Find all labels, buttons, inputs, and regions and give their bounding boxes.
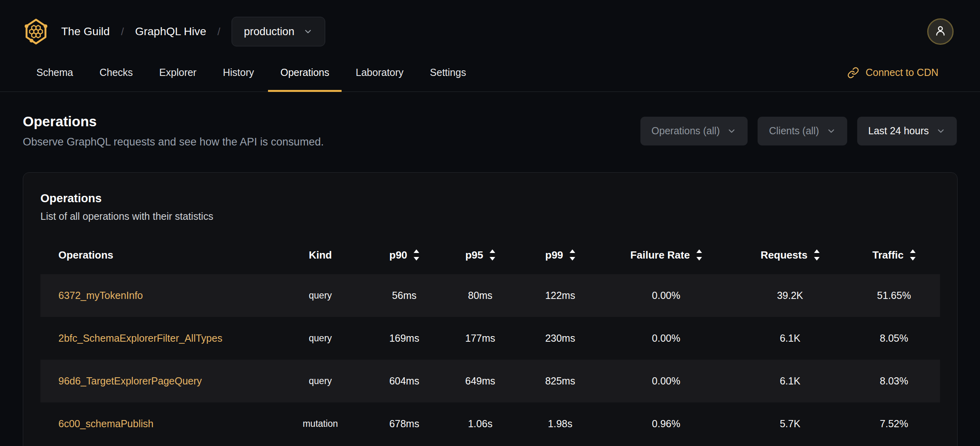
- column-header-p95[interactable]: p95: [440, 236, 520, 274]
- breadcrumb-org[interactable]: The Guild: [61, 25, 110, 38]
- nav-tabs: Schema Checks Explorer History Operation…: [24, 54, 478, 92]
- operation-p99: 825ms: [520, 360, 600, 402]
- operation-link[interactable]: 96d6_TargetExplorerPageQuery: [58, 375, 202, 386]
- breadcrumb-project[interactable]: GraphQL Hive: [135, 25, 206, 38]
- link-icon: [847, 67, 859, 79]
- operation-link[interactable]: 6372_myTokenInfo: [58, 290, 143, 301]
- column-header-failure-rate[interactable]: Failure Rate: [600, 236, 732, 274]
- breadcrumb: The Guild / GraphQL Hive / production: [23, 17, 325, 46]
- operation-p90: 604ms: [368, 360, 440, 402]
- period-filter-dropdown[interactable]: Last 24 hours: [857, 117, 957, 145]
- sort-arrows-icon[interactable]: [910, 249, 916, 261]
- tab-laboratory[interactable]: Laboratory: [343, 54, 416, 92]
- column-header-traffic[interactable]: Traffic: [848, 236, 940, 274]
- column-header-kind: Kind: [272, 236, 368, 274]
- operation-p99: 122ms: [520, 274, 600, 317]
- filters: Operations (all) Clients (all) Last 24 h…: [640, 117, 957, 145]
- operation-failure-rate: 0.00%: [600, 360, 732, 402]
- operation-p95: 1.06s: [440, 402, 520, 445]
- operation-link[interactable]: 2bfc_SchemaExplorerFilter_AllTypes: [58, 333, 222, 344]
- operation-p95: 177ms: [440, 317, 520, 360]
- tab-settings[interactable]: Settings: [418, 54, 478, 92]
- sort-arrows-icon[interactable]: [696, 249, 702, 261]
- sort-arrows-icon[interactable]: [414, 249, 419, 261]
- operation-traffic: 8.05%: [848, 317, 940, 360]
- operation-kind: query: [272, 360, 368, 402]
- operation-kind: query: [272, 274, 368, 317]
- table-row: 2bfc_SchemaExplorerFilter_AllTypes query…: [40, 317, 940, 360]
- operation-failure-rate: 0.96%: [600, 402, 732, 445]
- operations-filter-dropdown[interactable]: Operations (all): [640, 117, 748, 145]
- chevron-down-icon: [303, 27, 313, 36]
- breadcrumb-separator: /: [121, 26, 124, 38]
- card-title: Operations: [40, 192, 940, 205]
- operation-p99: 230ms: [520, 317, 600, 360]
- table-header-row: Operations Kind p90 p95 p99 Failure Rate…: [40, 236, 940, 274]
- target-selector-value: production: [244, 26, 294, 38]
- operation-p99: 1.98s: [520, 402, 600, 445]
- operation-p95: 80ms: [440, 274, 520, 317]
- main-nav: Schema Checks Explorer History Operation…: [0, 54, 980, 92]
- card-subtitle: List of all operations with their statis…: [40, 211, 940, 222]
- operation-requests: 5.7K: [732, 402, 848, 445]
- user-icon: [934, 24, 947, 39]
- tab-operations[interactable]: Operations: [268, 54, 342, 92]
- sort-arrows-icon[interactable]: [490, 249, 495, 261]
- connect-to-cdn-link[interactable]: Connect to CDN: [847, 54, 938, 92]
- operation-link[interactable]: 6c00_schemaPublish: [58, 418, 154, 429]
- column-header-operations: Operations: [40, 236, 272, 274]
- connect-to-cdn-label: Connect to CDN: [866, 67, 938, 78]
- tab-explorer[interactable]: Explorer: [147, 54, 209, 92]
- operations-card: Operations List of all operations with t…: [23, 172, 958, 446]
- operation-kind: mutation: [272, 402, 368, 445]
- clients-filter-dropdown[interactable]: Clients (all): [758, 117, 847, 145]
- tab-schema[interactable]: Schema: [24, 54, 86, 92]
- column-header-p99[interactable]: p99: [520, 236, 600, 274]
- operation-p95: 649ms: [440, 360, 520, 402]
- page-title: Operations: [23, 113, 324, 129]
- target-selector[interactable]: production: [232, 17, 325, 46]
- breadcrumb-separator: /: [218, 26, 220, 38]
- table-row: 96d6_TargetExplorerPageQuery query 604ms…: [40, 360, 940, 402]
- operation-traffic: 7.52%: [848, 402, 940, 445]
- chevron-down-icon: [936, 126, 946, 136]
- hive-logo-icon[interactable]: [23, 17, 49, 46]
- operation-traffic: 8.03%: [848, 360, 940, 402]
- sort-arrows-icon[interactable]: [814, 249, 820, 261]
- tab-checks[interactable]: Checks: [87, 54, 145, 92]
- operation-kind: query: [272, 317, 368, 360]
- column-header-p90[interactable]: p90: [368, 236, 440, 274]
- operations-table: Operations Kind p90 p95 p99 Failure Rate…: [40, 236, 940, 445]
- table-row: 6372_myTokenInfo query 56ms 80ms 122ms 0…: [40, 274, 940, 317]
- column-header-requests[interactable]: Requests: [732, 236, 848, 274]
- tab-history[interactable]: History: [210, 54, 266, 92]
- operation-failure-rate: 0.00%: [600, 274, 732, 317]
- operation-traffic: 51.65%: [848, 274, 940, 317]
- sort-arrows-icon[interactable]: [570, 249, 575, 261]
- operation-p90: 678ms: [368, 402, 440, 445]
- table-row: 6c00_schemaPublish mutation 678ms 1.06s …: [40, 402, 940, 445]
- user-avatar-button[interactable]: [927, 18, 954, 45]
- chevron-down-icon: [826, 126, 836, 136]
- operation-requests: 6.1K: [732, 360, 848, 402]
- operation-requests: 6.1K: [732, 317, 848, 360]
- operation-failure-rate: 0.00%: [600, 317, 732, 360]
- chevron-down-icon: [727, 126, 736, 136]
- page-subtitle: Observe GraphQL requests and see how the…: [23, 136, 324, 148]
- operation-p90: 56ms: [368, 274, 440, 317]
- top-bar: The Guild / GraphQL Hive / production: [0, 0, 980, 54]
- operations-page: Operations Observe GraphQL requests and …: [0, 113, 980, 446]
- operation-p90: 169ms: [368, 317, 440, 360]
- operation-requests: 39.2K: [732, 274, 848, 317]
